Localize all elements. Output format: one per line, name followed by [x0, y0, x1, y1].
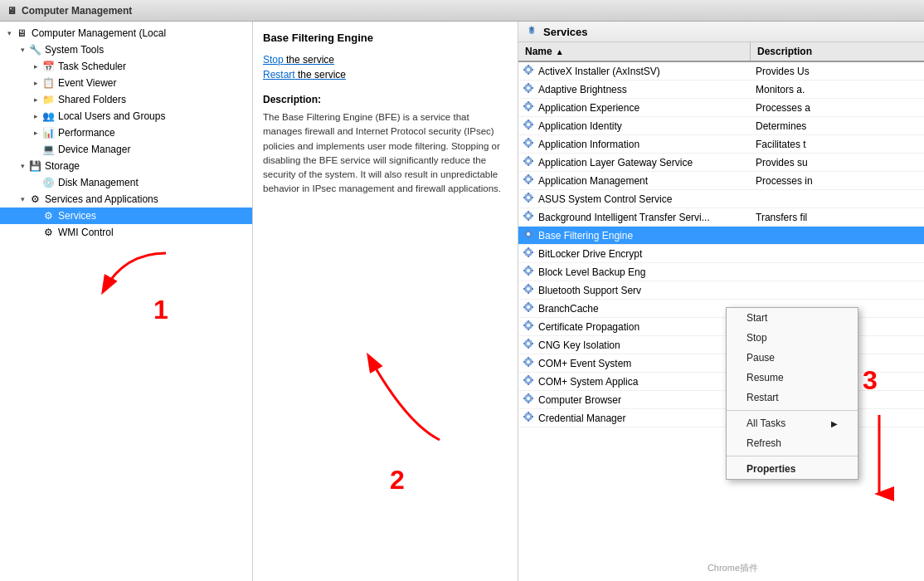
table-row[interactable]: Certificate Propagation — [518, 318, 924, 336]
sidebar-item-services-apps[interactable]: ▾⚙Services and Applications — [0, 191, 252, 208]
table-row[interactable]: Application Information Facilitates t — [518, 135, 924, 154]
sidebar-label: Performance — [58, 127, 115, 139]
service-icon — [518, 173, 535, 188]
table-row[interactable]: COM+ System Applica — [518, 373, 924, 391]
menu-item-pause[interactable]: Pause — [727, 348, 858, 368]
table-row[interactable]: ASUS System Control Service — [518, 190, 924, 208]
service-name: Certificate Propagation — [535, 320, 749, 334]
desc-text: The Base Filtering Engine (BFE) is a ser… — [263, 110, 508, 197]
table-row[interactable]: Adaptive Brightness Monitors a. — [518, 81, 924, 99]
service-desc — [749, 271, 924, 273]
sidebar-item-services[interactable]: ⚙Services — [0, 208, 252, 224]
svg-rect-18 — [532, 105, 533, 107]
service-desc: Processes a — [749, 101, 924, 115]
col-name-header[interactable]: Name ▲ — [518, 42, 751, 61]
svg-rect-113 — [523, 398, 525, 399]
expand-icon[interactable]: ▸ — [30, 110, 41, 122]
service-icon — [518, 155, 535, 169]
sort-arrow: ▲ — [556, 47, 564, 56]
svg-rect-11 — [523, 87, 525, 89]
menu-item-all-tasks[interactable]: All Tasks▶ — [727, 413, 858, 433]
expand-icon[interactable]: ▾ — [17, 160, 28, 172]
sidebar-item-wmi-control[interactable]: ⚙WMI Control — [0, 224, 252, 241]
sidebar-item-task-scheduler[interactable]: ▸📅Task Scheduler — [0, 58, 252, 75]
expand-icon[interactable]: ▾ — [17, 44, 28, 56]
service-name: Application Layer Gateway Service — [535, 156, 749, 169]
service-icon — [518, 374, 535, 388]
sidebar-item-local-users-groups[interactable]: ▸👥Local Users and Groups — [0, 108, 252, 124]
service-desc: Processes in — [749, 174, 924, 188]
node-icon: 📋 — [41, 76, 55, 90]
menu-item-properties[interactable]: Properties — [727, 459, 858, 479]
svg-rect-51 — [528, 211, 529, 212]
expand-icon[interactable]: ▸ — [30, 94, 41, 105]
svg-point-98 — [527, 360, 530, 364]
svg-rect-6 — [532, 69, 533, 71]
svg-rect-16 — [528, 110, 529, 111]
menu-item-resume[interactable]: Resume — [727, 368, 858, 388]
sidebar-item-disk-management[interactable]: 💿Disk Management — [0, 174, 252, 191]
table-row[interactable]: Base Filtering Engine — [518, 227, 924, 245]
service-name: COM+ System Applica — [535, 375, 749, 388]
services-header-title: Services — [543, 26, 588, 38]
table-row[interactable]: Application Identity Determines — [518, 117, 924, 135]
sidebar-item-shared-folders[interactable]: ▸📁Shared Folders — [0, 91, 252, 108]
menu-item-restart[interactable]: Restart — [727, 388, 858, 408]
node-icon: 👥 — [41, 110, 55, 123]
expand-icon[interactable]: ▸ — [30, 77, 41, 89]
context-menu: StartStopPauseResumeRestartAll Tasks▶Ref… — [726, 307, 858, 480]
table-row[interactable]: COM+ Event System — [518, 354, 924, 373]
restart-service-link[interactable]: Restart the service — [263, 69, 508, 81]
table-row[interactable]: BranchCache — [518, 300, 924, 318]
node-icon: ⚙ — [41, 209, 55, 222]
col-desc-header[interactable]: Description — [751, 42, 924, 61]
table-row[interactable]: Bluetooth Support Serv — [518, 281, 924, 300]
sidebar-label: Computer Management (Local — [32, 27, 166, 39]
table-row[interactable]: Application Management Processes in — [518, 172, 924, 190]
sidebar-label: WMI Control — [58, 227, 114, 238]
svg-rect-40 — [528, 183, 529, 184]
service-name: Background Intelligent Transfer Servi... — [535, 211, 749, 224]
table-row[interactable]: CNG Key Isolation — [518, 336, 924, 354]
table-row[interactable]: Application Layer Gateway Service Provid… — [518, 154, 924, 172]
sidebar-item-event-viewer[interactable]: ▸📋Event Viewer — [0, 75, 252, 91]
svg-rect-75 — [528, 284, 529, 286]
node-icon: 💻 — [41, 143, 55, 156]
desc-panel: Base Filtering Engine Stop the service R… — [253, 22, 518, 581]
table-row[interactable]: Application Experience Processes a — [518, 99, 924, 117]
svg-rect-34 — [528, 164, 529, 166]
service-name: Application Experience — [535, 101, 749, 115]
service-name: Application Identity — [535, 120, 749, 133]
menu-item-start[interactable]: Start — [727, 308, 858, 328]
sidebar-label: Disk Management — [58, 177, 139, 188]
menu-item-stop[interactable]: Stop — [727, 328, 858, 348]
expand-icon[interactable]: ▾ — [3, 27, 15, 39]
title-bar-icon: 🖥 — [7, 5, 17, 17]
svg-rect-111 — [528, 393, 529, 395]
service-icon — [518, 228, 535, 242]
service-name: Application Management — [535, 174, 749, 188]
sidebar-item-performance[interactable]: ▸📊Performance — [0, 124, 252, 141]
table-row[interactable]: Credential Manager — [518, 409, 924, 427]
expand-icon[interactable]: ▸ — [30, 61, 41, 72]
table-row[interactable]: BitLocker Drive Encrypt — [518, 245, 924, 263]
sidebar-item-system-tools[interactable]: ▾🔧System Tools — [0, 42, 252, 58]
sidebar-item-device-manager[interactable]: 💻Device Manager — [0, 141, 252, 158]
svg-rect-57 — [528, 229, 529, 231]
expand-icon[interactable]: ▾ — [17, 193, 28, 205]
table-row[interactable]: Block Level Backup Eng — [518, 263, 924, 281]
svg-rect-60 — [532, 233, 533, 235]
menu-item-refresh[interactable]: Refresh — [727, 433, 858, 453]
sidebar-item-computer-management[interactable]: ▾🖥Computer Management (Local — [0, 25, 252, 42]
svg-rect-12 — [532, 87, 533, 89]
services-table[interactable]: Name ▲ Description ActiveX In — [518, 42, 924, 581]
svg-rect-120 — [532, 416, 533, 417]
stop-service-link[interactable]: Stop the service — [263, 54, 508, 66]
service-name: Base Filtering Engine — [535, 229, 749, 242]
sidebar-item-storage[interactable]: ▾💾Storage — [0, 158, 252, 174]
table-row[interactable]: ActiveX Installer (AxInstSV) Provides Us — [518, 62, 924, 81]
expand-icon[interactable]: ▸ — [30, 127, 41, 139]
table-row[interactable]: Background Intelligent Transfer Servi...… — [518, 208, 924, 227]
table-row[interactable]: Computer Browser — [518, 391, 924, 409]
svg-rect-81 — [528, 302, 529, 304]
